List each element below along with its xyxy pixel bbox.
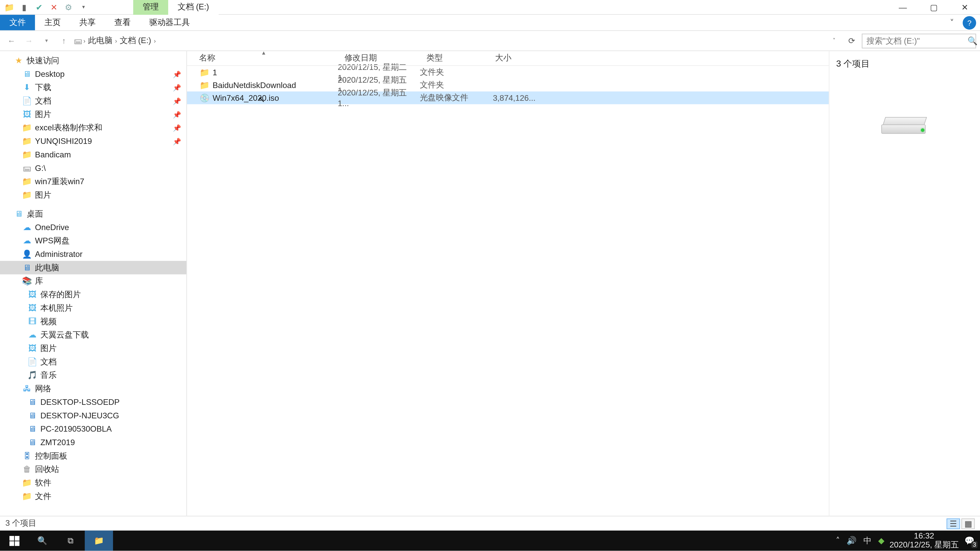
- ribbon-tab-view[interactable]: 查看: [105, 15, 140, 30]
- nav-onedrive[interactable]: ☁OneDrive: [0, 221, 186, 234]
- nav-quick-item[interactable]: 📁YUNQISHI2019📌: [0, 135, 186, 148]
- nav-software[interactable]: 📁软件: [0, 476, 186, 489]
- nav-quick-item[interactable]: 🖴G:\: [0, 162, 186, 175]
- nav-desktop[interactable]: 🖥桌面: [0, 207, 186, 221]
- nav-quick-item[interactable]: 📁win7重装win7: [0, 175, 186, 188]
- nav-recent-dropdown[interactable]: ▾: [39, 33, 54, 48]
- download-icon: ⬇: [21, 82, 32, 93]
- col-date[interactable]: 修改日期: [338, 52, 420, 64]
- nav-recycle-bin[interactable]: 🗑回收站: [0, 463, 186, 476]
- qat-dropdown-icon[interactable]: ▾: [78, 2, 89, 13]
- view-icons-button[interactable]: ▦: [961, 518, 975, 529]
- start-button[interactable]: [0, 530, 28, 551]
- library-icon: 📚: [21, 276, 32, 286]
- document-icon: 📄: [27, 356, 38, 367]
- nav-back-button[interactable]: ←: [4, 33, 19, 48]
- ribbon-tab-home[interactable]: 主页: [35, 15, 70, 30]
- close-button[interactable]: ✕: [949, 0, 980, 14]
- file-row[interactable]: 📁BaiduNetdiskDownload 2020/12/25, 星期五 1.…: [187, 79, 829, 91]
- nav-lib-item[interactable]: 📄文档: [0, 355, 186, 368]
- nav-quick-item[interactable]: ⬇下载📌: [0, 81, 186, 94]
- breadcrumb-root[interactable]: 此电脑: [87, 34, 114, 48]
- nav-net-item[interactable]: 🖥ZMT2019: [0, 436, 186, 449]
- svg-rect-0: [9, 536, 14, 540]
- pin-icon: 📌: [173, 84, 181, 91]
- action-center-button[interactable]: 💬3: [959, 530, 980, 551]
- ribbon-tab-file[interactable]: 文件: [0, 15, 35, 30]
- help-icon[interactable]: ?: [963, 16, 976, 30]
- nav-quick-item[interactable]: 📁Bandicam: [0, 148, 186, 162]
- qat-open-icon[interactable]: ▮: [19, 2, 30, 13]
- folder-icon: 📁: [199, 67, 210, 78]
- pc-icon: 🖥: [27, 410, 38, 421]
- svg-rect-3: [14, 541, 19, 546]
- nav-quick-item[interactable]: 🖼图片📌: [0, 108, 186, 121]
- nav-libraries[interactable]: 📚库: [0, 274, 186, 288]
- ribbon-tab-drive-tools[interactable]: 驱动器工具: [140, 15, 199, 30]
- search-input[interactable]: [866, 36, 967, 45]
- taskbar-search-button[interactable]: 🔍: [28, 530, 57, 551]
- qat-close-icon[interactable]: ✕: [48, 2, 59, 13]
- nav-control-panel[interactable]: 🎛控制面板: [0, 449, 186, 463]
- nav-lib-item[interactable]: 🖼本机照片: [0, 301, 186, 315]
- nav-quick-item[interactable]: 📄文档📌: [0, 94, 186, 108]
- nav-quick-item[interactable]: 📁图片: [0, 188, 186, 202]
- tray-chevron-up-icon[interactable]: ˄: [836, 536, 840, 545]
- breadcrumb[interactable]: 🖴 › 此电脑 › 文档 (E:) ›: [74, 34, 824, 48]
- drive-icon: 🖴: [21, 163, 32, 173]
- nav-quick-item[interactable]: 🖥Desktop📌: [0, 67, 186, 81]
- navigation-pane[interactable]: ★快速访问 🖥Desktop📌 ⬇下载📌 📄文档📌 🖼图片📌 📁excel表格制…: [0, 51, 187, 516]
- nav-quick-item[interactable]: 📁excel表格制作求和📌: [0, 121, 186, 135]
- pc-icon: 🖥: [27, 437, 38, 448]
- nav-forward-button[interactable]: →: [21, 33, 36, 48]
- folder-icon: 📁: [21, 149, 32, 160]
- nav-this-pc[interactable]: 🖥此电脑: [0, 261, 186, 275]
- nav-lib-item[interactable]: ☁天翼云盘下载: [0, 328, 186, 341]
- view-details-button[interactable]: ☰: [947, 518, 960, 529]
- nav-net-item[interactable]: 🖥DESKTOP-NJEU3CG: [0, 409, 186, 422]
- refresh-button[interactable]: ⟳: [844, 33, 859, 48]
- nav-up-button[interactable]: ↑: [56, 33, 71, 48]
- file-row[interactable]: 📁1 2020/12/15, 星期二 1...文件夹: [187, 66, 829, 79]
- col-size[interactable]: 大小: [488, 52, 536, 64]
- nav-network[interactable]: 🖧网络: [0, 382, 186, 395]
- column-headers: 名称 ▲ 修改日期 类型 大小: [187, 51, 829, 66]
- nav-lib-item[interactable]: 🖼图片: [0, 341, 186, 355]
- search-box[interactable]: 🔍: [862, 33, 976, 48]
- chevron-right-icon[interactable]: ›: [154, 37, 156, 44]
- cloud-icon: ☁: [27, 330, 38, 340]
- file-row-selected[interactable]: 💿Win7x64_2020.iso 2020/12/25, 星期五 1...光盘…: [187, 91, 829, 104]
- chevron-right-icon[interactable]: ›: [115, 37, 117, 44]
- nav-net-item[interactable]: 🖥PC-20190530OBLA: [0, 422, 186, 436]
- maximize-button[interactable]: ▢: [918, 0, 949, 14]
- title-tab-manage[interactable]: 管理: [133, 0, 168, 14]
- ribbon: 文件 主页 共享 查看 驱动器工具 ˅ ?: [0, 15, 980, 31]
- nav-files[interactable]: 📁文件: [0, 489, 186, 503]
- nav-lib-item[interactable]: 🎞视频: [0, 315, 186, 328]
- tray-ime-indicator[interactable]: 中: [863, 535, 872, 546]
- breadcrumb-drive[interactable]: 文档 (E:): [118, 34, 153, 48]
- qat-settings-icon[interactable]: ⚙: [63, 2, 74, 13]
- qat-check-icon[interactable]: ✔: [34, 2, 45, 13]
- nav-net-item[interactable]: 🖥DESKTOP-LSSOEDP: [0, 395, 186, 409]
- nav-wps[interactable]: ☁WPS网盘: [0, 234, 186, 248]
- minimize-button[interactable]: —: [887, 0, 918, 14]
- col-type[interactable]: 类型: [420, 52, 488, 64]
- tray-app-icon[interactable]: ◆: [878, 536, 884, 545]
- pin-icon: 📌: [173, 111, 181, 118]
- status-item-count: 3 个项目: [5, 518, 36, 529]
- taskbar-clock[interactable]: 16:32 2020/12/25, 星期五: [889, 532, 959, 550]
- ribbon-tab-share[interactable]: 共享: [70, 15, 105, 30]
- chevron-right-icon[interactable]: ›: [83, 37, 86, 44]
- tray-volume-icon[interactable]: 🔊: [846, 536, 857, 545]
- search-icon[interactable]: 🔍: [967, 36, 978, 45]
- address-dropdown-icon[interactable]: ˅: [827, 33, 842, 48]
- nav-lib-item[interactable]: 🖼保存的图片: [0, 288, 186, 301]
- nav-lib-item[interactable]: 🎵音乐: [0, 368, 186, 382]
- taskbar-explorer[interactable]: 📁: [85, 530, 113, 551]
- system-tray: ˄ 🔊 中 ◆: [830, 535, 890, 546]
- nav-user[interactable]: 👤Administrator: [0, 248, 186, 261]
- nav-quick-access[interactable]: ★快速访问: [0, 54, 186, 67]
- task-view-button[interactable]: ⧉: [56, 530, 85, 551]
- ribbon-collapse-icon[interactable]: ˅: [945, 15, 959, 30]
